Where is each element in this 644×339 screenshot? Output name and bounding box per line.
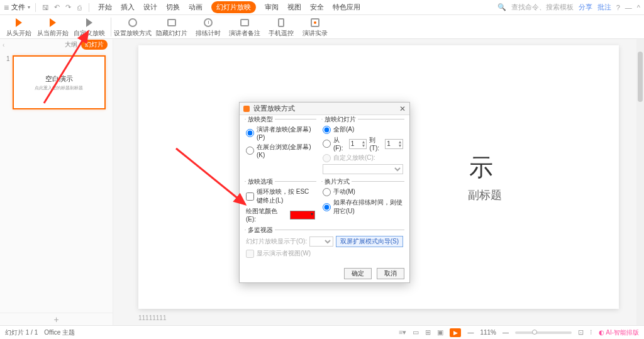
group-show-options: 放映选项 循环放映，按 ESC 键终止(L) 绘图笔颜色(E):▾ xyxy=(245,181,316,226)
normal-view-icon[interactable]: ▭ xyxy=(413,328,419,336)
collapse-icon[interactable]: ^ xyxy=(637,4,640,11)
zoom-level[interactable]: 111% xyxy=(480,329,496,336)
hamburger-icon[interactable]: ≡ xyxy=(4,3,9,13)
tab-slides[interactable]: 幻灯片 xyxy=(81,40,108,50)
print-icon[interactable]: ⎙ xyxy=(75,3,84,12)
thumb-subtitle: 点此重入您的标题副标题 xyxy=(35,85,83,91)
from-current-button[interactable]: 从当前开始 xyxy=(38,16,68,38)
radio-manual[interactable]: 手动(M) xyxy=(323,187,403,196)
from-spinner[interactable]: 1▴▾ xyxy=(349,139,367,149)
status-bar: 幻灯片 1 / 1 Office 主题 ≡▾ ▭ ⊞ ▣ ▶ — 111% — … xyxy=(0,325,644,339)
notes-text[interactable]: 11111111 xyxy=(138,314,619,321)
sorter-view-icon[interactable]: ⊞ xyxy=(425,328,431,336)
separator xyxy=(35,3,36,12)
search-input[interactable]: 查找命令、搜索模板 xyxy=(511,3,574,12)
slideshow-view-icon[interactable]: ▶ xyxy=(450,328,461,337)
dialog-title: 设置放映方式 xyxy=(253,104,399,113)
slide-title: 示 xyxy=(469,152,493,184)
to-spinner[interactable]: 1▴▾ xyxy=(385,139,403,149)
check-loop[interactable]: 循环放映，按 ESC 键终止(L) xyxy=(246,187,315,205)
fit-icon[interactable]: ⊡ xyxy=(578,328,584,336)
ribbon-tabs: 开始 插入 设计 切换 动画 幻灯片放映 审阅 视图 安全 特色应用 xyxy=(98,1,360,13)
undo-icon[interactable]: ↶ xyxy=(52,3,61,12)
cancel-button[interactable]: 取消 xyxy=(377,268,404,279)
tab-design[interactable]: 设计 xyxy=(143,3,157,12)
hide-slide-button[interactable]: 隐藏幻灯片 xyxy=(154,16,189,38)
radio-timing[interactable]: 如果存在排练时间，则使用它(U) xyxy=(323,198,403,216)
dialog-header[interactable]: 设置放映方式 ✕ xyxy=(240,103,409,115)
comment-button[interactable]: 批注 xyxy=(597,3,611,12)
notes-view-icon[interactable]: ≡▾ xyxy=(399,328,406,336)
slide-number: 1 xyxy=(6,55,10,109)
check-presenter-view: 显示演示者视图(W) xyxy=(246,249,403,258)
redo-icon[interactable]: ↷ xyxy=(64,3,72,12)
tab-outline[interactable]: 大纲 xyxy=(65,40,77,49)
min-icon[interactable]: — xyxy=(625,4,632,11)
radio-presenter[interactable]: 演讲者放映(全屏幕)(P) xyxy=(246,125,315,141)
group-show-type: 放映类型 演讲者放映(全屏幕)(P) 在展台浏览(全屏幕)(K) xyxy=(245,119,316,177)
setup-show-button[interactable]: 设置放映方式 xyxy=(115,16,150,38)
record-button[interactable]: 演讲实录 xyxy=(300,16,330,38)
tab-security[interactable]: 安全 xyxy=(310,3,324,12)
add-slide-button[interactable]: + xyxy=(0,313,113,325)
ok-button[interactable]: 确定 xyxy=(344,268,372,279)
tab-special[interactable]: 特色应用 xyxy=(333,3,360,12)
tab-start[interactable]: 开始 xyxy=(98,3,112,12)
slide-count: 幻灯片 1 / 1 xyxy=(5,328,38,337)
extend-wizard-button[interactable]: 双屏扩展模式向导(S) xyxy=(336,236,403,247)
slide-subtitle: 副标题 xyxy=(468,187,502,203)
ai-layout-button[interactable]: ◐ AI-智能排版 xyxy=(599,328,639,337)
group-advance: 换片方式 手动(M) 如果存在排练时间，则使用它(U) xyxy=(321,181,404,226)
theme-name: Office 主题 xyxy=(44,328,75,337)
separator xyxy=(89,3,89,12)
search-icon[interactable]: 🔍 xyxy=(497,3,506,11)
from-begin-button[interactable]: 从头开始 xyxy=(4,16,34,38)
custom-show-select xyxy=(323,164,403,174)
dropdown-icon[interactable]: ▾ xyxy=(28,4,30,10)
slide-thumbnail[interactable]: 空白演示 点此重入您的标题副标题 xyxy=(13,55,106,109)
file-menu[interactable]: 文件 xyxy=(11,3,25,12)
radio-range[interactable] xyxy=(323,140,331,148)
pen-color-picker[interactable]: ▾ xyxy=(290,211,315,220)
save-icon[interactable]: 🖫 xyxy=(41,3,50,12)
dialog-icon xyxy=(243,106,250,112)
tab-transition[interactable]: 切换 xyxy=(166,3,180,12)
radio-custom-show xyxy=(323,154,331,162)
title-bar: ≡ 文件 ▾ 🖫 ↶ ↷ ⎙ 开始 插入 设计 切换 动画 幻灯片放映 审阅 视… xyxy=(0,0,644,15)
tab-view[interactable]: 视图 xyxy=(287,3,301,12)
radio-all-slides[interactable]: 全部(A) xyxy=(323,125,403,134)
rehearse-button[interactable]: 排练计时 xyxy=(193,16,223,38)
vertical-scrollbar[interactable] xyxy=(636,39,644,325)
thumb-title: 空白演示 xyxy=(45,74,73,84)
more-icon[interactable]: ⁝ xyxy=(590,328,592,336)
reading-view-icon[interactable]: ▣ xyxy=(437,328,443,336)
radio-kiosk[interactable]: 在展台浏览(全屏幕)(K) xyxy=(246,143,315,158)
tab-insert[interactable]: 插入 xyxy=(121,3,135,12)
tab-animation[interactable]: 动画 xyxy=(189,3,203,12)
zoom-slider[interactable] xyxy=(515,331,572,334)
monitor-select xyxy=(309,236,333,247)
tab-review[interactable]: 审阅 xyxy=(265,3,279,12)
group-show-slides: 放映幻灯片 全部(A) 从(F): 1▴▾ 到(T): 1▴▾ 自定义放映(C)… xyxy=(321,119,404,177)
ribbon-toolbar: 从头开始 从当前开始 自定义放映 设置放映方式 隐藏幻灯片 排练计时 演讲者备注… xyxy=(0,15,644,39)
separator xyxy=(111,18,111,36)
tab-slideshow[interactable]: 幻灯片放映 xyxy=(211,1,256,13)
presenter-notes-button[interactable]: 演讲者备注 xyxy=(227,16,262,38)
custom-show-button[interactable]: 自定义放映 xyxy=(72,16,107,38)
group-monitor: 多监视器 幻灯片放映显示于(O): 双屏扩展模式向导(S) 显示演示者视图(W) xyxy=(245,230,404,261)
collapse-panel-icon[interactable]: ‹ xyxy=(3,42,4,48)
setup-show-dialog: 设置放映方式 ✕ 放映类型 演讲者放映(全屏幕)(P) 在展台浏览(全屏幕)(K… xyxy=(239,102,410,283)
phone-remote-button[interactable]: 手机遥控 xyxy=(266,16,296,38)
help-icon[interactable]: ? xyxy=(616,4,620,11)
close-icon[interactable]: ✕ xyxy=(399,104,406,113)
slide-panel: ‹ 大纲 幻灯片 1 空白演示 点此重入您的标题副标题 + xyxy=(0,39,113,325)
share-button[interactable]: 分享 xyxy=(579,3,592,12)
